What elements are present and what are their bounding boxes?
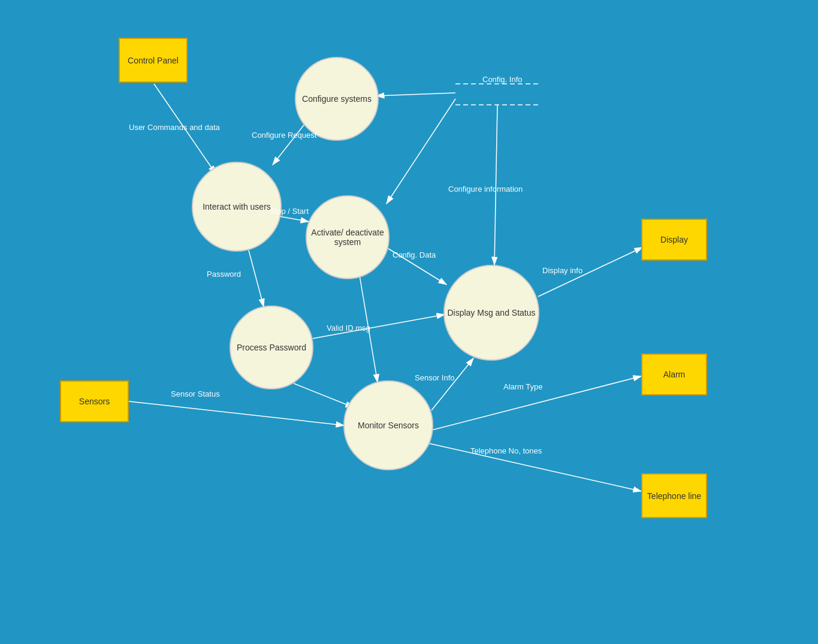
label-user-commands: User Commands and data (129, 123, 220, 132)
node-interact-users: Interact with users (192, 162, 282, 252)
interact-users-label: Interact with users (203, 202, 271, 211)
node-monitor-sensors: Monitor Sensors (343, 380, 433, 470)
label-sensor-status: Sensor Status (171, 389, 220, 398)
label-sensor-info: Sensor Info (415, 373, 455, 382)
svg-line-4 (276, 216, 309, 222)
node-alarm: Alarm (641, 353, 707, 395)
label-valid-id: Valid ID msg (327, 323, 370, 332)
node-display-msg: Display Msg and Status (443, 265, 539, 361)
label-configure-request: Configure Request (252, 131, 316, 140)
monitor-sensors-label: Monitor Sensors (358, 421, 419, 430)
label-alarm-type: Alarm Type (503, 382, 543, 391)
control-panel-label: Control Panel (128, 56, 179, 65)
display-label: Display (660, 235, 688, 244)
alarm-label: Alarm (663, 370, 686, 379)
label-config-data: Config. Data (393, 250, 436, 259)
node-control-panel: Control Panel (119, 38, 188, 83)
node-configure-systems: Configure systems (295, 57, 379, 141)
label-stop-start: Stop / Start (270, 207, 309, 216)
diagram-container: Control Panel Configure systems Interact… (0, 0, 818, 644)
configure-systems-label: Configure systems (302, 94, 372, 104)
svg-line-11 (376, 93, 455, 96)
diagram-svg (0, 0, 818, 644)
sensors-label: Sensors (79, 397, 110, 406)
display-msg-label: Display Msg and Status (447, 308, 535, 318)
node-display: Display (641, 219, 707, 261)
node-process-password: Process Password (230, 306, 313, 389)
node-telephone: Telephone line (641, 473, 707, 518)
telephone-label: Telephone line (647, 491, 701, 501)
process-password-label: Process Password (237, 343, 306, 352)
svg-line-5 (249, 250, 264, 307)
svg-line-3 (273, 123, 306, 165)
node-activate-deactivate: Activate/ deactivate system (306, 195, 390, 279)
svg-line-12 (387, 99, 455, 204)
svg-line-14 (431, 358, 473, 410)
svg-line-17 (129, 401, 344, 425)
label-config-info: Config. Info (482, 75, 523, 84)
node-sensors: Sensors (60, 380, 129, 422)
label-configure-information: Configure information (448, 185, 523, 193)
label-password: Password (207, 270, 241, 279)
label-telephone-tones: Telephone No, tones (470, 446, 542, 455)
label-display-info: Display info (542, 266, 582, 275)
activate-deactivate-label: Activate/ deactivate system (307, 228, 388, 247)
svg-line-18 (294, 383, 354, 407)
